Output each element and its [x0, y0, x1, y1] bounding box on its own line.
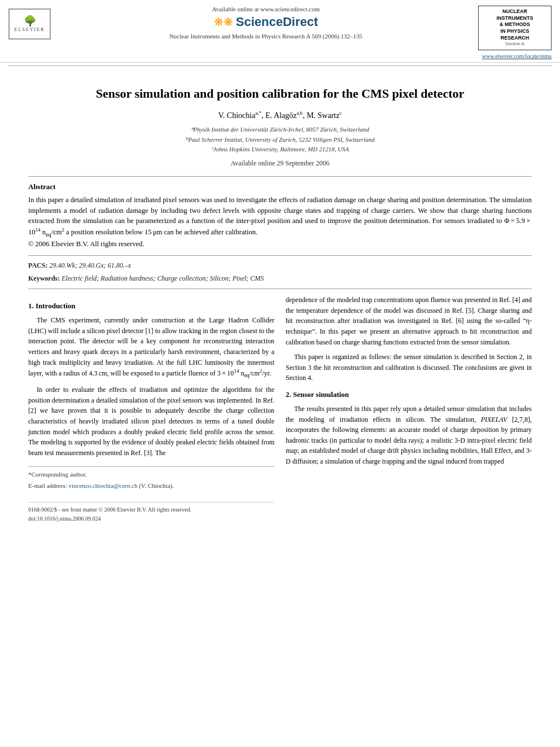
intro-para-2: In order to evaluate the effects of irra… [28, 385, 274, 458]
section-label: Section A [482, 41, 548, 47]
keywords-line: Keywords: Electric field; Radiation hard… [28, 274, 532, 283]
body-two-col: 1. Introduction The CMS experiment, curr… [28, 295, 532, 523]
page-header: 🌳 ELSEVIER Available online at www.scien… [0, 0, 560, 63]
pacs-text: 29.40.Wk; 29.40.Gx; 61.80.–x [49, 261, 131, 269]
abstract-title: Abstract [28, 182, 532, 191]
abstract-divider-top [28, 176, 532, 177]
paper-title: Sensor simulation and position calibrati… [28, 86, 532, 102]
journal-box-line2: INSTRUMENTS [482, 15, 548, 22]
intro-title: Introduction [36, 302, 76, 310]
footnote-corresponding: *Corresponding author. [28, 470, 274, 479]
intro-para-1: The CMS experiment, currently under cons… [28, 315, 274, 380]
pacs-line: PACS: 29.40.Wk; 29.40.Gx; 61.80.–x [28, 261, 532, 270]
affiliation-c: ᶜJohns Hopkins University, Baltimore, MD… [28, 145, 532, 155]
intro-heading: 1. Introduction [28, 300, 274, 312]
affiliation-a: ᵃPhysik Institut der Universität Zürich-… [28, 125, 532, 135]
keywords-text: Electric field; Radiation hardness; Char… [62, 274, 264, 282]
sciencedirect-logo: ❋❋ ScienceDirect [65, 15, 467, 29]
body-divider [28, 289, 532, 289]
journal-box-line1: NUCLEAR [482, 8, 548, 15]
journal-box-line3: & METHODS [482, 21, 548, 28]
journal-box-line4: IN PHYSICS [482, 28, 548, 35]
sd-dots-icon: ❋❋ [214, 16, 233, 28]
sciencedirect-label: ScienceDirect [236, 15, 318, 29]
affiliation-b: ᵇPaul Scherrer Institut, University of Z… [28, 135, 532, 145]
header-right: NUCLEAR INSTRUMENTS & METHODS IN PHYSICS… [478, 6, 552, 59]
elsevier-logo: 🌳 ELSEVIER [8, 8, 54, 40]
footnote-email: E-mail address: vincenzo.chiochia@cern.c… [28, 481, 274, 491]
intro-para-col2-1: dependence of the modeled trap concentra… [286, 295, 532, 347]
authors: V. Chiochiaa,*, E. Alagöza,b, M. Swartzc [28, 110, 532, 120]
email-person: (V. Chiochia). [139, 482, 174, 489]
left-column: 1. Introduction The CMS experiment, curr… [28, 295, 274, 523]
abstract-text: In this paper a detailed simulation of i… [28, 195, 532, 250]
elsevier-url-link[interactable]: www.elsevier.com/locate/nima [478, 53, 552, 59]
available-online-text: Available online at www.sciencedirect.co… [65, 6, 467, 12]
abstract-divider-bottom [28, 255, 532, 256]
journal-box-line5: RESEARCH [482, 35, 548, 42]
pacs-label: PACS: [28, 261, 47, 269]
header-center: Available online at www.sciencedirect.co… [54, 6, 478, 40]
intro-para-col2-2: This paper is organized as follows: the … [286, 352, 532, 383]
footnote-area: *Corresponding author. E-mail address: v… [28, 466, 274, 491]
sensor-sim-para-1: The results presented in this paper rely… [286, 404, 532, 467]
email-link[interactable]: vincenzo.chiochia@cern.ch [68, 482, 137, 489]
available-online-date: Available online 29 September 2006 [28, 159, 532, 168]
abstract-section: Abstract In this paper a detailed simula… [28, 182, 532, 250]
journal-name: Nuclear Instruments and Methods in Physi… [65, 33, 467, 40]
right-column: dependence of the modeled trap concentra… [286, 295, 532, 523]
abstract-copyright: © 2006 Elsevier B.V. All rights reserved… [28, 240, 144, 248]
journal-box: NUCLEAR INSTRUMENTS & METHODS IN PHYSICS… [478, 6, 552, 50]
elsevier-label: ELSEVIER [15, 27, 45, 32]
footer-issn: 0168-9002/$ - see front matter © 2006 El… [28, 505, 274, 514]
sensor-sim-heading: 2. Sensor simulation [286, 389, 532, 400]
keywords-label: Keywords: [28, 274, 60, 282]
email-label: E-mail address: [28, 482, 67, 489]
main-content: Sensor simulation and position calibrati… [0, 66, 560, 535]
page-footer: 0168-9002/$ - see front matter © 2006 El… [28, 502, 274, 523]
sensor-sim-title: Sensor simulation [293, 390, 349, 399]
footer-doi: doi:10.1016/j.nima.2006.09.024 [28, 514, 274, 523]
affiliations: ᵃPhysik Institut der Universität Zürich-… [28, 125, 532, 155]
